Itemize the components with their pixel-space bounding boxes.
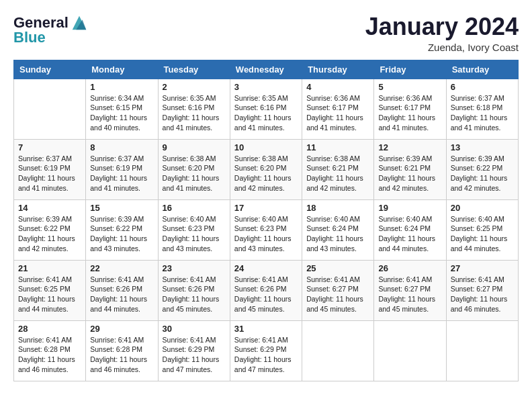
day-info: Sunrise: 6:41 AMSunset: 6:29 PMDaylight:… [163, 335, 226, 375]
calendar-cell: 2Sunrise: 6:35 AMSunset: 6:16 PMDaylight… [158, 79, 230, 139]
day-number: 12 [378, 142, 441, 152]
calendar-cell: 26Sunrise: 6:41 AMSunset: 6:27 PMDayligh… [374, 260, 446, 320]
calendar-header-row: SundayMondayTuesdayWednesdayThursdayFrid… [14, 60, 519, 79]
column-header-saturday: Saturday [446, 60, 518, 79]
day-info: Sunrise: 6:41 AMSunset: 6:27 PMDaylight:… [451, 275, 514, 314]
day-number: 18 [306, 203, 369, 213]
column-header-monday: Monday [86, 60, 158, 79]
day-info: Sunrise: 6:38 AMSunset: 6:20 PMDaylight:… [163, 154, 226, 193]
day-info: Sunrise: 6:37 AMSunset: 6:19 PMDaylight:… [18, 154, 81, 193]
calendar-week-row: 28Sunrise: 6:41 AMSunset: 6:28 PMDayligh… [14, 320, 519, 381]
column-header-thursday: Thursday [302, 60, 374, 79]
day-number: 2 [163, 82, 226, 92]
day-number: 27 [451, 263, 514, 273]
logo: General Blue [13, 13, 89, 46]
calendar-cell: 24Sunrise: 6:41 AMSunset: 6:26 PMDayligh… [230, 260, 302, 320]
day-info: Sunrise: 6:40 AMSunset: 6:23 PMDaylight:… [163, 214, 226, 254]
calendar-cell: 5Sunrise: 6:36 AMSunset: 6:17 PMDaylight… [374, 79, 446, 139]
calendar-cell: 10Sunrise: 6:38 AMSunset: 6:20 PMDayligh… [230, 139, 302, 199]
day-info: Sunrise: 6:35 AMSunset: 6:16 PMDaylight:… [234, 93, 298, 133]
day-info: Sunrise: 6:36 AMSunset: 6:17 PMDaylight:… [378, 93, 441, 133]
day-number: 15 [90, 203, 153, 213]
day-number: 11 [306, 142, 369, 152]
day-number: 14 [18, 203, 81, 213]
day-number: 26 [378, 263, 441, 273]
calendar-cell: 20Sunrise: 6:40 AMSunset: 6:25 PMDayligh… [446, 199, 518, 260]
month-info: January 2024 Zuenda, Ivory Coast [365, 13, 519, 53]
day-info: Sunrise: 6:41 AMSunset: 6:27 PMDaylight:… [378, 275, 441, 314]
calendar-cell: 14Sunrise: 6:39 AMSunset: 6:22 PMDayligh… [14, 199, 86, 260]
month-title: January 2024 [365, 13, 519, 40]
day-number: 28 [18, 324, 81, 334]
calendar-cell [302, 320, 374, 381]
day-number: 17 [234, 203, 298, 213]
day-number: 8 [90, 142, 153, 152]
day-info: Sunrise: 6:41 AMSunset: 6:28 PMDaylight:… [18, 335, 81, 375]
calendar-week-row: 1Sunrise: 6:34 AMSunset: 6:15 PMDaylight… [14, 79, 519, 139]
calendar-cell: 8Sunrise: 6:37 AMSunset: 6:19 PMDaylight… [86, 139, 158, 199]
day-info: Sunrise: 6:41 AMSunset: 6:27 PMDaylight:… [306, 275, 369, 314]
page-header: General Blue January 2024 Zuenda, Ivory … [13, 13, 519, 53]
day-info: Sunrise: 6:41 AMSunset: 6:26 PMDaylight:… [90, 275, 153, 314]
day-info: Sunrise: 6:39 AMSunset: 6:22 PMDaylight:… [18, 214, 81, 254]
calendar-cell: 29Sunrise: 6:41 AMSunset: 6:28 PMDayligh… [86, 320, 158, 381]
column-header-sunday: Sunday [14, 60, 86, 79]
calendar-cell: 21Sunrise: 6:41 AMSunset: 6:25 PMDayligh… [14, 260, 86, 320]
day-info: Sunrise: 6:34 AMSunset: 6:15 PMDaylight:… [90, 93, 153, 133]
calendar-cell [14, 79, 86, 139]
day-info: Sunrise: 6:38 AMSunset: 6:21 PMDaylight:… [306, 154, 369, 193]
calendar-week-row: 7Sunrise: 6:37 AMSunset: 6:19 PMDaylight… [14, 139, 519, 199]
day-number: 20 [451, 203, 514, 213]
day-info: Sunrise: 6:38 AMSunset: 6:20 PMDaylight:… [234, 154, 298, 193]
calendar-cell [446, 320, 518, 381]
calendar-cell: 22Sunrise: 6:41 AMSunset: 6:26 PMDayligh… [86, 260, 158, 320]
day-number: 25 [306, 263, 369, 273]
column-header-friday: Friday [374, 60, 446, 79]
day-number: 23 [163, 263, 226, 273]
day-number: 29 [90, 324, 153, 334]
day-info: Sunrise: 6:40 AMSunset: 6:24 PMDaylight:… [306, 214, 369, 254]
day-number: 1 [90, 82, 153, 92]
day-info: Sunrise: 6:39 AMSunset: 6:22 PMDaylight:… [90, 214, 153, 254]
day-number: 10 [234, 142, 298, 152]
calendar-cell: 12Sunrise: 6:39 AMSunset: 6:21 PMDayligh… [374, 139, 446, 199]
day-number: 16 [163, 203, 226, 213]
location: Zuenda, Ivory Coast [365, 42, 519, 53]
day-number: 30 [163, 324, 226, 334]
calendar-cell: 6Sunrise: 6:37 AMSunset: 6:18 PMDaylight… [446, 79, 518, 139]
calendar-cell: 18Sunrise: 6:40 AMSunset: 6:24 PMDayligh… [302, 199, 374, 260]
day-info: Sunrise: 6:39 AMSunset: 6:21 PMDaylight:… [378, 154, 441, 193]
logo-blue-text: Blue [13, 30, 46, 46]
calendar-cell: 13Sunrise: 6:39 AMSunset: 6:22 PMDayligh… [446, 139, 518, 199]
calendar-cell: 17Sunrise: 6:40 AMSunset: 6:23 PMDayligh… [230, 199, 302, 260]
calendar-cell: 15Sunrise: 6:39 AMSunset: 6:22 PMDayligh… [86, 199, 158, 260]
day-info: Sunrise: 6:40 AMSunset: 6:25 PMDaylight:… [451, 214, 514, 254]
day-info: Sunrise: 6:41 AMSunset: 6:28 PMDaylight:… [90, 335, 153, 375]
day-number: 21 [18, 263, 81, 273]
column-header-tuesday: Tuesday [158, 60, 230, 79]
calendar-cell: 31Sunrise: 6:41 AMSunset: 6:29 PMDayligh… [230, 320, 302, 381]
day-number: 5 [378, 82, 441, 92]
calendar-cell: 4Sunrise: 6:36 AMSunset: 6:17 PMDaylight… [302, 79, 374, 139]
day-number: 13 [451, 142, 514, 152]
calendar-table: SundayMondayTuesdayWednesdayThursdayFrid… [13, 60, 519, 381]
day-number: 22 [90, 263, 153, 273]
calendar-cell: 27Sunrise: 6:41 AMSunset: 6:27 PMDayligh… [446, 260, 518, 320]
day-number: 31 [234, 324, 298, 334]
calendar-cell: 23Sunrise: 6:41 AMSunset: 6:26 PMDayligh… [158, 260, 230, 320]
day-info: Sunrise: 6:41 AMSunset: 6:29 PMDaylight:… [234, 335, 298, 375]
calendar-week-row: 14Sunrise: 6:39 AMSunset: 6:22 PMDayligh… [14, 199, 519, 260]
calendar-cell: 9Sunrise: 6:38 AMSunset: 6:20 PMDaylight… [158, 139, 230, 199]
day-info: Sunrise: 6:35 AMSunset: 6:16 PMDaylight:… [163, 93, 226, 133]
calendar-cell: 25Sunrise: 6:41 AMSunset: 6:27 PMDayligh… [302, 260, 374, 320]
calendar-cell: 19Sunrise: 6:40 AMSunset: 6:24 PMDayligh… [374, 199, 446, 260]
day-info: Sunrise: 6:40 AMSunset: 6:24 PMDaylight:… [378, 214, 441, 254]
column-header-wednesday: Wednesday [230, 60, 302, 79]
day-info: Sunrise: 6:39 AMSunset: 6:22 PMDaylight:… [451, 154, 514, 193]
day-number: 9 [163, 142, 226, 152]
calendar-cell: 3Sunrise: 6:35 AMSunset: 6:16 PMDaylight… [230, 79, 302, 139]
day-number: 6 [451, 82, 514, 92]
calendar-cell: 28Sunrise: 6:41 AMSunset: 6:28 PMDayligh… [14, 320, 86, 381]
calendar-cell [374, 320, 446, 381]
day-info: Sunrise: 6:40 AMSunset: 6:23 PMDaylight:… [234, 214, 298, 254]
